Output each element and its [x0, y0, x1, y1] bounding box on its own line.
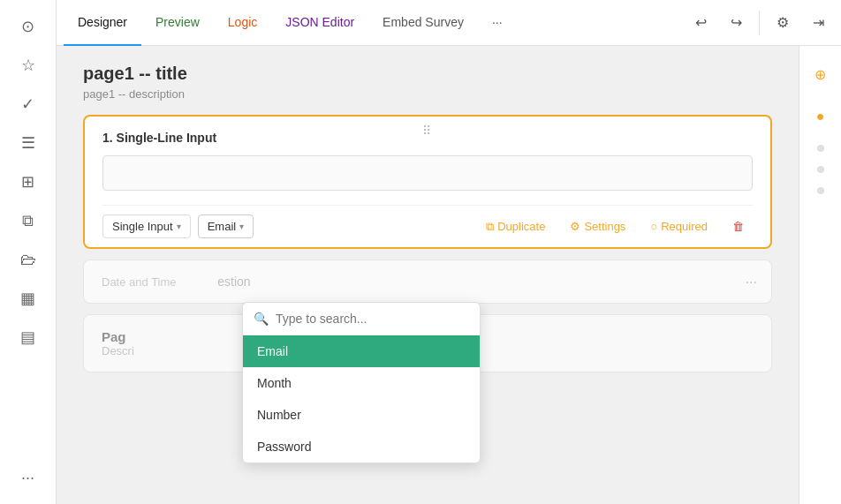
sidebar-item-image[interactable]: ▦: [12, 282, 44, 314]
page-description: page1 -- description: [83, 87, 772, 101]
settings-button[interactable]: ⚙: [767, 7, 799, 39]
question-card-1: ⠿ 1. Single-Line Input Single Input ▾ Em…: [83, 115, 772, 249]
settings-btn[interactable]: ⚙ Settings: [561, 215, 634, 237]
tab-designer[interactable]: Designer: [64, 0, 141, 46]
input-subtype-select[interactable]: Email ▾: [198, 214, 254, 238]
delete-icon: 🗑: [732, 220, 744, 233]
tab-embed-survey[interactable]: Embed Survey: [368, 0, 478, 46]
input-type-arrow: ▾: [177, 222, 181, 231]
top-navigation: Designer Preview Logic JSON Editor Embed…: [57, 0, 841, 46]
tab-more[interactable]: ···: [478, 0, 517, 46]
nav-actions: ↩ ↪ ⚙ ⇥: [685, 7, 834, 39]
required-btn[interactable]: ○ Required: [641, 215, 716, 237]
input-type-label: Single Input: [112, 220, 173, 233]
page-title: page1 -- title: [83, 64, 772, 84]
settings-icon: ⚙: [570, 220, 580, 233]
sidebar-item-target[interactable]: ⊙: [12, 11, 44, 42]
main-area: Designer Preview Logic JSON Editor Embed…: [57, 0, 841, 504]
tab-logic[interactable]: Logic: [214, 0, 271, 46]
tab-json-editor[interactable]: JSON Editor: [271, 0, 368, 46]
sidebar-item-folder[interactable]: 🗁: [12, 244, 44, 275]
sidebar-item-more[interactable]: ···: [12, 462, 44, 493]
rs-dot-3: [817, 187, 824, 194]
dropdown-search-container: 🔍: [243, 303, 480, 335]
nav-divider: [759, 11, 760, 35]
content-area: page1 -- title page1 -- description ⠿ 1.…: [57, 46, 841, 504]
undo-button[interactable]: ↩: [685, 7, 716, 39]
sidebar-item-list[interactable]: ☰: [12, 127, 44, 159]
drag-handle[interactable]: ⠿: [422, 124, 433, 138]
question-2-text: Date and Time estion: [102, 275, 754, 289]
dropdown-item-month[interactable]: Month: [243, 367, 480, 399]
tab-preview[interactable]: Preview: [141, 0, 214, 46]
dropdown-menu: 🔍 Email Month Number Password: [242, 302, 481, 463]
left-sidebar: ⊙ ☆ ✓ ☰ ⊞ ⧉ 🗁 ▦ ▤ ···: [0, 0, 57, 504]
input-subtype-label: Email: [208, 220, 237, 233]
sidebar-item-layers[interactable]: ⧉: [12, 205, 44, 237]
right-sidebar: ⊕ ●: [799, 46, 841, 504]
sidebar-item-check[interactable]: ✓: [12, 88, 44, 120]
rs-circle-icon[interactable]: ●: [807, 102, 835, 131]
collapse-button[interactable]: ⇥: [802, 7, 834, 39]
delete-button[interactable]: 🗑: [724, 215, 753, 237]
input-type-select[interactable]: Single Input ▾: [102, 214, 191, 238]
sidebar-item-table[interactable]: ⊞: [12, 166, 44, 198]
duplicate-button[interactable]: ⧉ Duplicate: [477, 215, 554, 238]
duplicate-icon: ⧉: [486, 220, 494, 234]
question-card-2: Date and Time estion ···: [83, 260, 772, 304]
rs-dot-2: [817, 166, 824, 173]
input-subtype-arrow: ▾: [239, 222, 244, 231]
sidebar-item-star[interactable]: ☆: [12, 49, 44, 81]
rs-dot-1: [817, 145, 824, 152]
dropdown-item-email[interactable]: Email: [243, 335, 480, 367]
rs-target-icon[interactable]: ⊕: [807, 60, 835, 88]
required-icon: ○: [650, 220, 657, 233]
dropdown-item-number[interactable]: Number: [243, 399, 480, 431]
redo-button[interactable]: ↪: [720, 7, 752, 39]
search-icon: 🔍: [254, 312, 269, 326]
dropdown-search-input[interactable]: [276, 312, 469, 326]
question-input-1[interactable]: [102, 155, 753, 191]
question-2-more[interactable]: ···: [746, 275, 757, 290]
question-toolbar-1: Single Input ▾ Email ▾ ⧉ Duplicate ⚙ Se: [102, 205, 753, 247]
sidebar-item-template[interactable]: ▤: [12, 321, 44, 353]
dropdown-item-password[interactable]: Password: [243, 431, 480, 463]
canvas: page1 -- title page1 -- description ⠿ 1.…: [57, 46, 799, 504]
